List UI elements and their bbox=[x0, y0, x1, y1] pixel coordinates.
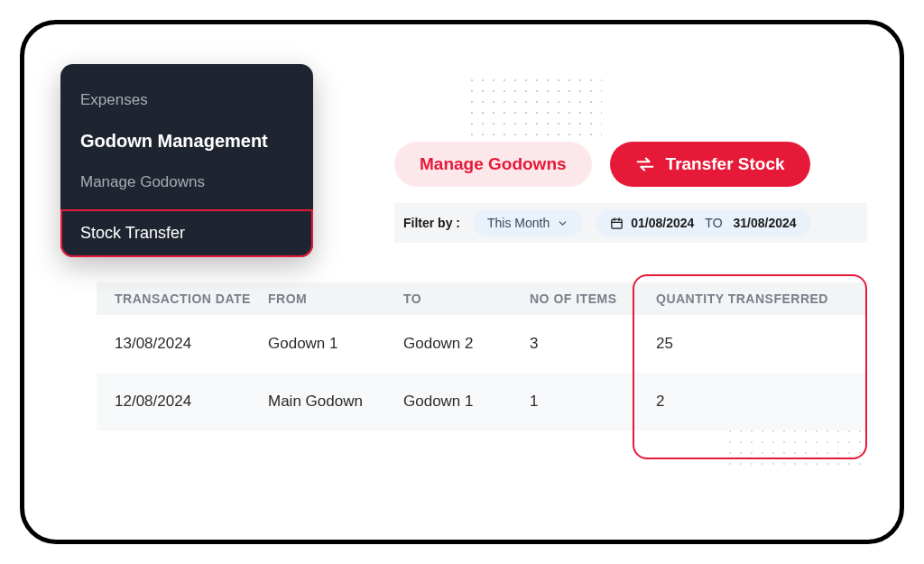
sidebar-item-expenses[interactable]: Expenses bbox=[60, 80, 313, 120]
filter-label: Filter by : bbox=[403, 216, 460, 230]
filter-date-sep: TO bbox=[705, 216, 722, 230]
col-no-of-items: NO OF ITEMS bbox=[530, 291, 656, 306]
cell-qty: 25 bbox=[656, 335, 849, 353]
table-row[interactable]: 13/08/2024 Godown 1 Godown 2 3 25 bbox=[97, 315, 867, 373]
action-bar: Manage Godowns Transfer Stock bbox=[394, 142, 810, 187]
cell-items: 1 bbox=[530, 393, 656, 411]
filter-date-to: 31/08/2024 bbox=[734, 216, 797, 230]
table-header: TRANSACTION DATE FROM TO NO OF ITEMS QUA… bbox=[97, 282, 867, 315]
filter-period-dropdown[interactable]: This Month bbox=[473, 209, 583, 236]
sidebar-heading-godown-management[interactable]: Godown Management bbox=[60, 120, 313, 162]
svg-rect-0 bbox=[612, 219, 622, 228]
cell-qty: 2 bbox=[656, 393, 849, 411]
transfer-stock-label: Transfer Stock bbox=[666, 154, 785, 174]
filter-date-from: 01/08/2024 bbox=[631, 216, 694, 230]
cell-date: 12/08/2024 bbox=[115, 393, 268, 411]
decorative-dots bbox=[467, 75, 602, 138]
transfers-table: TRANSACTION DATE FROM TO NO OF ITEMS QUA… bbox=[97, 282, 867, 430]
transfer-stock-button[interactable]: Transfer Stock bbox=[610, 142, 810, 187]
cell-from: Main Godown bbox=[268, 393, 403, 411]
filter-bar: Filter by : This Month 01/08/2024 TO 31/… bbox=[394, 203, 867, 243]
col-from: FROM bbox=[268, 291, 403, 306]
sidebar: Expenses Godown Management Manage Godown… bbox=[60, 64, 313, 257]
calendar-icon bbox=[610, 217, 624, 230]
cell-date: 13/08/2024 bbox=[115, 335, 268, 353]
cell-items: 3 bbox=[530, 335, 656, 353]
sidebar-item-manage-godowns[interactable]: Manage Godowns bbox=[60, 162, 313, 202]
swap-icon bbox=[635, 154, 655, 174]
app-frame: Expenses Godown Management Manage Godown… bbox=[20, 20, 904, 544]
col-to: TO bbox=[403, 291, 530, 306]
cell-from: Godown 1 bbox=[268, 335, 403, 353]
col-transaction-date: TRANSACTION DATE bbox=[115, 291, 268, 306]
chevron-down-icon bbox=[557, 217, 568, 229]
cell-to: Godown 1 bbox=[403, 393, 530, 411]
filter-period-value: This Month bbox=[487, 216, 550, 230]
col-quantity-transferred: QUANTITY TRANSFERRED bbox=[656, 291, 849, 306]
filter-date-range[interactable]: 01/08/2024 TO 31/08/2024 bbox=[596, 209, 810, 236]
manage-godowns-button[interactable]: Manage Godowns bbox=[394, 142, 592, 187]
table-row[interactable]: 12/08/2024 Main Godown Godown 1 1 2 bbox=[97, 373, 867, 430]
sidebar-item-stock-transfer[interactable]: Stock Transfer bbox=[60, 209, 313, 257]
cell-to: Godown 2 bbox=[403, 335, 530, 353]
